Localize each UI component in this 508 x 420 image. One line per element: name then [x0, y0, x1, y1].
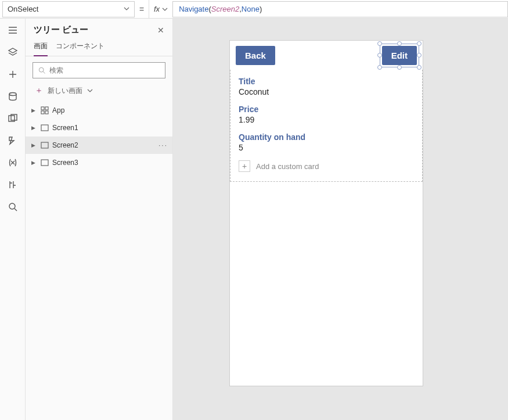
search-icon[interactable]: [7, 201, 19, 213]
svg-rect-7: [41, 111, 44, 114]
resize-handle[interactable]: [417, 65, 421, 70]
plus-icon[interactable]: [7, 69, 19, 80]
svg-rect-10: [41, 142, 48, 148]
back-button[interactable]: Back: [236, 46, 275, 65]
resize-handle[interactable]: [397, 41, 402, 46]
svg-rect-5: [41, 107, 44, 110]
layers-icon[interactable]: [7, 46, 19, 58]
tree-item-label: Screen2: [52, 141, 78, 149]
tree-item-label: App: [52, 106, 64, 114]
resize-handle[interactable]: [377, 53, 382, 58]
tree-tabs: 画面 コンポーネント: [26, 38, 172, 56]
hamburger-icon[interactable]: [7, 24, 19, 36]
plus-icon: ＋: [35, 85, 43, 96]
search-input[interactable]: [49, 66, 160, 74]
tree-item-label: Screen1: [52, 124, 78, 132]
plus-icon: +: [239, 160, 250, 172]
card-quantity[interactable]: Quantity on hand 5: [239, 129, 414, 157]
formula-arg1: Screen2: [211, 5, 239, 13]
tree-title: ツリー ビュー: [34, 24, 88, 35]
formula-input[interactable]: Navigate( Screen2, None ): [172, 1, 508, 17]
screen-icon: [41, 141, 49, 149]
property-name: OnSelect: [8, 5, 38, 13]
tree-item-screen3[interactable]: ▶ Screen3: [26, 154, 172, 171]
detail-form[interactable]: Title Coconut Price 1.99 Quantity on han…: [230, 70, 423, 182]
card-price[interactable]: Price 1.99: [239, 101, 414, 129]
new-screen-label: 新しい画面: [48, 86, 82, 96]
add-custom-card[interactable]: + Add a custom card: [239, 157, 414, 175]
tree-search[interactable]: [33, 62, 165, 78]
svg-point-4: [39, 67, 44, 72]
formula-fn: Navigate: [179, 5, 208, 13]
chevron-down-icon: [87, 88, 93, 94]
chevron-down-icon: [162, 6, 168, 12]
tree-item-app[interactable]: ▶ App: [26, 102, 172, 119]
tree-list: ▶ App ▶ Screen1 ▶ Screen2 ··· ▶ Screen3: [26, 102, 172, 420]
data-icon[interactable]: [7, 91, 19, 102]
edit-button[interactable]: Edit: [382, 46, 417, 65]
resize-handle[interactable]: [417, 41, 421, 46]
card-label: Title: [239, 77, 414, 86]
svg-rect-9: [41, 125, 48, 131]
resize-handle[interactable]: [417, 53, 421, 58]
card-value: 5: [239, 143, 414, 152]
card-value: 1.99: [239, 115, 414, 124]
svg-rect-8: [45, 111, 48, 114]
fx-label: fx: [154, 5, 160, 13]
canvas[interactable]: Back Edit Title Coconut: [173, 19, 508, 420]
add-card-label: Add a custom card: [256, 162, 319, 171]
chevron-right-icon: ▶: [31, 107, 37, 113]
tools-icon[interactable]: [7, 179, 19, 191]
fx-button[interactable]: fx: [149, 0, 172, 18]
resize-handle[interactable]: [377, 41, 382, 46]
flow-icon[interactable]: [7, 135, 19, 146]
new-screen-button[interactable]: ＋ 新しい画面: [26, 82, 172, 102]
chevron-right-icon: ▶: [31, 125, 37, 131]
tab-components[interactable]: コンポーネント: [56, 38, 105, 56]
card-title[interactable]: Title Coconut: [239, 73, 414, 101]
formula-arg2: None: [242, 5, 260, 13]
property-dropdown[interactable]: OnSelect: [2, 1, 135, 17]
tree-item-screen2[interactable]: ▶ Screen2 ···: [26, 137, 172, 154]
chevron-right-icon: ▶: [31, 142, 37, 148]
svg-point-3: [9, 203, 15, 209]
edit-button-selected[interactable]: Edit: [382, 46, 417, 65]
screen-icon: [41, 124, 49, 132]
tree-panel: ツリー ビュー ✕ 画面 コンポーネント ＋ 新しい画面 ▶ App ▶: [26, 19, 173, 420]
equals-label: =: [135, 5, 149, 14]
tree-item-screen1[interactable]: ▶ Screen1: [26, 119, 172, 137]
svg-rect-11: [41, 160, 48, 166]
resize-handle[interactable]: [397, 65, 402, 70]
variable-icon[interactable]: [7, 157, 19, 168]
app-topbar: Back Edit: [230, 41, 423, 70]
media-icon[interactable]: [7, 113, 19, 124]
left-rail: [0, 19, 26, 420]
resize-handle[interactable]: [377, 65, 382, 70]
svg-point-0: [9, 93, 16, 96]
card-label: Quantity on hand: [239, 132, 414, 142]
formula-bar: OnSelect = fx Navigate( Screen2, None ): [0, 0, 508, 19]
app-screen[interactable]: Back Edit Title Coconut: [230, 41, 423, 386]
screen-icon: [41, 159, 49, 167]
close-icon[interactable]: ✕: [157, 26, 164, 35]
tree-item-label: Screen3: [52, 159, 78, 167]
app-icon: [41, 106, 49, 114]
chevron-down-icon: [124, 5, 129, 13]
svg-rect-6: [45, 107, 48, 110]
card-label: Price: [239, 105, 414, 114]
search-icon: [38, 66, 46, 74]
more-icon[interactable]: ···: [158, 141, 168, 149]
tab-screens[interactable]: 画面: [34, 38, 48, 56]
chevron-right-icon: ▶: [31, 160, 37, 166]
card-value: Coconut: [239, 87, 414, 96]
